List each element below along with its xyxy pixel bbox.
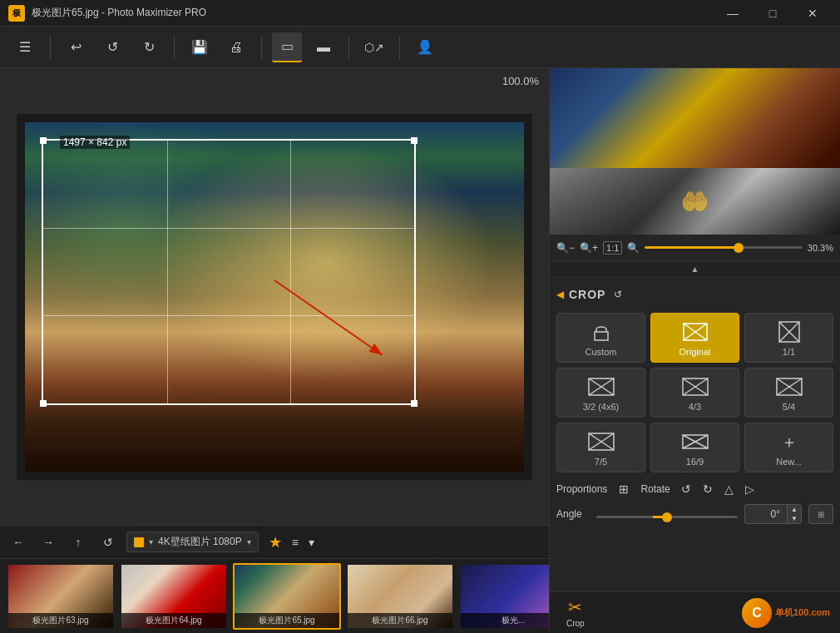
bottom-bar: ✂ Crop C 单机100.com xyxy=(550,591,840,633)
zoom-fit-icon[interactable]: 🔍 xyxy=(627,242,640,254)
collection-name: 4K壁纸图片 1080P xyxy=(158,535,242,549)
plus-icon: ＋ xyxy=(776,431,803,452)
nav-refresh-button[interactable]: ↺ xyxy=(96,531,120,554)
crop-option-original[interactable]: Original xyxy=(650,313,739,363)
angle-extra-button[interactable]: ⊞ xyxy=(808,504,833,524)
shadow-preview: 🤲 xyxy=(550,168,840,235)
crop-option-16-9[interactable]: 16/9 xyxy=(650,423,739,472)
split-button[interactable]: ▬ xyxy=(309,32,338,62)
thumb-label-64: 极光图片64.jpg xyxy=(121,613,226,628)
titlebar-controls: — □ ✕ xyxy=(714,0,832,27)
crop-options-grid: Custom Original xyxy=(556,313,833,472)
crop-apply-button[interactable]: ✂ Crop xyxy=(560,594,591,631)
user-button[interactable]: 👤 xyxy=(410,32,440,62)
5-4-svg xyxy=(776,376,803,398)
crop-handle-top-left[interactable] xyxy=(40,137,47,144)
thumbnail-66[interactable]: 极光图片66.jpg xyxy=(346,563,454,630)
crop-option-custom[interactable]: Custom xyxy=(556,313,645,363)
zoom-out-icon[interactable]: 🔍− xyxy=(556,242,575,254)
collection-caret-left: ▾ xyxy=(149,537,153,546)
canvas-area: 100.0% 1497 × 842 px xyxy=(0,68,549,633)
maximize-button[interactable]: □ xyxy=(754,0,792,27)
section-arrow-icon[interactable]: ◀ xyxy=(556,289,564,300)
crop-option-new[interactable]: ＋ New... xyxy=(744,423,833,472)
crop-handle-top-right[interactable] xyxy=(411,137,418,144)
thumbnail-extra[interactable]: 极光... xyxy=(459,563,549,630)
panel-collapse-button[interactable]: ▲ xyxy=(550,261,840,278)
thumb-label-66: 极光图片66.jpg xyxy=(348,613,452,628)
nav-prev-button[interactable]: ← xyxy=(7,531,30,554)
thumbnail-63[interactable]: 极光图片63.jpg xyxy=(7,563,115,630)
section-header: ◀ CROP ↺ xyxy=(556,284,833,304)
angle-up-button[interactable]: ▲ xyxy=(788,505,801,514)
collection-selector[interactable]: ▾ 4K壁纸图片 1080P ▾ xyxy=(126,532,259,552)
crop-option-1-1[interactable]: 1/1 xyxy=(744,313,833,363)
crop-3-2-label: 3/2 (4x6) xyxy=(583,402,619,412)
filmstrip-toolbar: ← → ↑ ↺ ▾ 4K壁纸图片 1080P ▾ ★ ≡ ▾ xyxy=(0,526,549,559)
redo2-button[interactable]: ↻ xyxy=(134,32,164,62)
crop-5-4-icon xyxy=(774,375,804,398)
app-icon: 极 xyxy=(8,5,25,22)
zoom-reset-icon[interactable]: 1:1 xyxy=(603,241,622,255)
menu-button[interactable]: ☰ xyxy=(10,32,40,62)
save-icon: 💾 xyxy=(191,39,208,55)
hands-silhouette: 🤲 xyxy=(680,188,709,215)
crop-7-5-label: 7/5 xyxy=(595,457,607,467)
right-panel: 🤲 🔍− 🔍+ 1:1 🔍 30.3% ▲ ◀ CROP ↺ xyxy=(549,68,840,633)
list-view-button[interactable]: ≡ xyxy=(292,536,299,549)
list-options-button[interactable]: ▾ xyxy=(309,536,314,549)
print-icon: 🖨 xyxy=(230,40,243,55)
crop-option-3-2[interactable]: 3/2 (4x6) xyxy=(556,368,645,418)
zoom-in-icon[interactable]: 🔍+ xyxy=(580,242,598,254)
proportions-icon[interactable]: ⊞ xyxy=(619,482,629,496)
7-5-svg xyxy=(588,431,615,452)
red-arrow xyxy=(266,272,432,372)
crop-option-5-4[interactable]: 5/4 xyxy=(744,368,833,418)
thumb-label-63: 极光图片63.jpg xyxy=(8,613,113,628)
toolbar-separator-3 xyxy=(261,36,262,59)
image-container: 1497 × 842 px xyxy=(0,68,549,525)
preview-area: 🤲 xyxy=(550,68,840,235)
zoom-slider[interactable] xyxy=(645,246,802,249)
nav-up-button[interactable]: ↑ xyxy=(67,531,90,554)
frame-button[interactable]: ▭ xyxy=(272,32,302,62)
undo-button[interactable]: ↩ xyxy=(61,32,91,62)
crop-option-7-5[interactable]: 7/5 xyxy=(556,423,645,472)
image-canvas-inner: 1497 × 842 px xyxy=(25,122,524,472)
crop-3-2-icon xyxy=(586,375,616,398)
print-button[interactable]: 🖨 xyxy=(221,32,251,62)
nav-next-button[interactable]: → xyxy=(37,531,60,554)
flip-v-button[interactable]: ▷ xyxy=(745,482,754,496)
rotate-cw-button[interactable]: ↻ xyxy=(703,482,713,496)
redo1-button[interactable]: ↺ xyxy=(97,32,127,62)
thumbnail-65[interactable]: 极光图片65.jpg xyxy=(233,563,341,630)
crop-reset-button[interactable]: ↺ xyxy=(614,289,622,300)
angle-down-button[interactable]: ▼ xyxy=(788,514,801,523)
share-button[interactable]: ⬡↗ xyxy=(359,32,389,62)
crop-handle-bottom-left[interactable] xyxy=(40,400,47,407)
1-1-svg xyxy=(776,321,803,343)
crop-handle-bottom-right[interactable] xyxy=(411,400,418,407)
save-button[interactable]: 💾 xyxy=(185,32,215,62)
crop-original-label: Original xyxy=(679,347,711,357)
angle-input[interactable] xyxy=(745,506,783,522)
frame-icon: ▭ xyxy=(281,38,294,54)
minimize-button[interactable]: — xyxy=(714,0,752,27)
flip-h-button[interactable]: △ xyxy=(724,482,734,496)
angle-input-container: ▲ ▼ xyxy=(744,504,802,524)
main-area: 100.0% 1497 × 842 px xyxy=(0,68,840,633)
star-button[interactable]: ★ xyxy=(269,533,282,551)
crop-1-1-icon xyxy=(774,320,804,344)
rotate-ccw-button[interactable]: ↺ xyxy=(681,482,691,496)
angle-slider[interactable] xyxy=(596,516,738,518)
redo2-icon: ↻ xyxy=(144,39,155,55)
crop-option-4-3[interactable]: 4/3 xyxy=(650,368,739,418)
logo-text: 单机100.com xyxy=(775,606,830,619)
zoom-indicator: 100.0% xyxy=(502,75,539,87)
close-button[interactable]: ✕ xyxy=(793,0,832,27)
crop-original-icon xyxy=(680,320,710,344)
custom-lock-svg xyxy=(588,321,615,343)
logo-circle: C xyxy=(742,598,772,628)
user-icon: 👤 xyxy=(417,39,433,55)
thumbnail-64[interactable]: 极光图片64.jpg xyxy=(120,563,228,630)
